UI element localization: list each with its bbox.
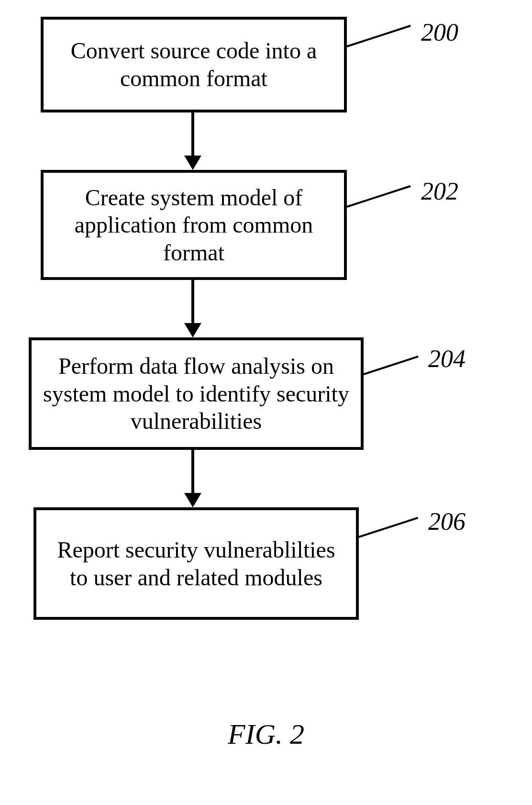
arrow-head-icon (184, 493, 201, 507)
arrow-head-icon (184, 323, 201, 337)
leader-line (358, 517, 418, 538)
leader-line (346, 25, 410, 47)
step-box-204: Perform data flow analysis on system mod… (29, 337, 364, 450)
ref-number-200: 200 (421, 18, 458, 46)
step-text: Report security vulnerablilties to user … (46, 536, 346, 591)
arrow-head-icon (184, 156, 201, 170)
flowchart-figure: Convert source code into a common format… (0, 0, 532, 805)
step-box-200: Convert source code into a common format (41, 17, 347, 112)
step-text: Convert source code into a common format (53, 37, 334, 92)
ref-number-204: 204 (428, 345, 466, 373)
arrow (191, 112, 194, 158)
step-box-206: Report security vulnerablilties to user … (33, 507, 359, 620)
ref-number-206: 206 (428, 507, 466, 536)
figure-caption: FIG. 2 (0, 718, 532, 751)
leader-line (346, 185, 410, 208)
ref-number-202: 202 (421, 177, 458, 205)
leader-line (363, 356, 418, 375)
step-box-202: Create system model of application from … (41, 170, 347, 280)
arrow (191, 280, 194, 325)
step-text: Perform data flow analysis on system mod… (41, 352, 351, 435)
arrow (191, 450, 194, 495)
step-text: Create system model of application from … (53, 184, 334, 267)
